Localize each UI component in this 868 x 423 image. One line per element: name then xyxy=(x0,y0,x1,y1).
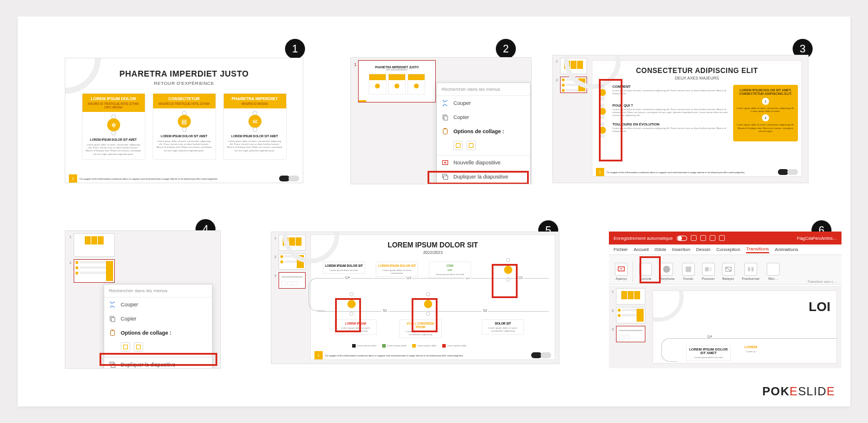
list-item: COMMENTLorem ipsum dolor sit amet, conse… xyxy=(596,85,730,100)
card-subheading: MAURIS ID MASSA xyxy=(226,102,284,105)
fade-icon xyxy=(682,263,695,276)
card-heading: LOREM IPSUM DOLOR xyxy=(85,97,143,101)
redo-icon[interactable] xyxy=(710,235,715,241)
timeline-box: CRMXXXLorem ipsum dolor sit amet xyxy=(429,262,471,278)
item-text: Lorem ipsum dolor sit amet, consectetur … xyxy=(612,127,730,133)
menu-label: Copier xyxy=(121,316,137,322)
slide-thumbnail-2[interactable]: 2 xyxy=(616,307,645,323)
scissors-icon xyxy=(442,100,449,107)
preview-icon[interactable] xyxy=(615,263,628,276)
slide-stage: LOI Q4 LOREM IPSUM DOLOR SIT AMETLorem i… xyxy=(648,286,842,368)
slide-thumbnail-3[interactable]: 3 xyxy=(616,326,645,342)
paste-option-2[interactable] xyxy=(466,141,476,150)
menu-accueil[interactable]: Accueil xyxy=(634,247,649,252)
slide-editor[interactable]: LOREM IPSUM DOLOR SIT 2022/2023 Q4 Q3 Q2… xyxy=(310,234,555,360)
svg-marker-16 xyxy=(621,268,623,269)
card-body-text: Lorem ipsum dolor sit amet, consectetur … xyxy=(82,141,145,159)
slide-thumbnail-1[interactable]: 1 PHARETRA IMPERDIET JUSTO RETOUR D'EXPÉ… xyxy=(358,60,436,103)
thumbnail-pane[interactable]: 1 2 3 xyxy=(609,286,648,368)
card-body-text: Lorem ipsum dolor sit amet, consectetur … xyxy=(224,138,286,156)
autosave-toggle[interactable] xyxy=(677,236,687,241)
footer-text: Ce support et les informations contenues… xyxy=(79,177,218,180)
slide-thumbnail-1[interactable]: 1 xyxy=(74,233,115,257)
paste-option-1[interactable] xyxy=(453,141,463,150)
transition-fade[interactable]: Fondu xyxy=(680,262,697,282)
svg-rect-12 xyxy=(111,330,114,331)
card-1: LOREM IPSUM DOLORMAURIS ID TRISTIQUE ANT… xyxy=(82,93,145,160)
slide-thumbnail-2[interactable]: 2 xyxy=(74,259,115,283)
menu-copy[interactable]: Copier xyxy=(437,110,530,124)
thumb-number: 1 xyxy=(274,236,276,240)
slide-editor[interactable]: LOI Q4 LOREM IPSUM DOLOR SIT AMETLorem i… xyxy=(652,290,837,363)
menu-fichier[interactable]: Fichier xyxy=(614,247,628,252)
slide-subtitle: RETOUR D'EXPÉRIENCE xyxy=(65,81,303,86)
menu-dessin[interactable]: Dessin xyxy=(696,247,710,252)
menu-cut[interactable]: Couper xyxy=(437,96,530,110)
menu-insertion[interactable]: Insertion xyxy=(672,247,690,252)
transition-wipe[interactable]: Balayer xyxy=(720,262,737,282)
transition-push[interactable]: Pousser xyxy=(700,262,717,282)
transition-none[interactable]: Aucune xyxy=(637,262,654,282)
menu-bar: Fichier Accueil iSlide Insertion Dessin … xyxy=(609,244,842,255)
menu-copy[interactable]: Copier xyxy=(104,312,212,326)
document-name[interactable]: FlagCdaPercAmtris… xyxy=(797,236,837,240)
thumb-number: 2 xyxy=(612,309,614,312)
thumbnail-pane[interactable]: 1 2 xyxy=(68,233,115,285)
transition-reveal[interactable]: Rév… xyxy=(764,262,782,282)
transition-morph[interactable]: Morphose xyxy=(657,262,677,282)
selected-shape[interactable] xyxy=(343,292,360,316)
selected-shape[interactable] xyxy=(419,292,437,316)
copy-icon xyxy=(109,315,116,322)
paste-option-2[interactable] xyxy=(134,342,143,352)
selected-shape[interactable] xyxy=(499,258,517,282)
autosave-label: Enregistrement automatique xyxy=(614,236,673,241)
svg-rect-1 xyxy=(444,116,448,120)
svg-rect-14 xyxy=(111,364,115,368)
card-body-title: LOREM IPSUM DOLOR SIT AMET xyxy=(153,134,216,138)
thumb-number: 3 xyxy=(274,274,276,277)
thumbnail-pane[interactable]: 1 PHARETRA IMPERDIET JUSTO RETOUR D'EXPÉ… xyxy=(353,60,436,103)
svg-rect-19 xyxy=(708,267,712,272)
item-text: Lorem ipsum dolor sit amet, consectetur … xyxy=(612,89,730,95)
step-badge-1: 1 xyxy=(285,39,305,59)
step1-slide-preview: PHARETRA IMPERDIET JUSTO RETOUR D'EXPÉRI… xyxy=(65,58,303,183)
paste-option-1[interactable] xyxy=(121,342,130,352)
menu-search[interactable]: Rechercher dans les menus xyxy=(104,285,212,298)
svg-rect-2 xyxy=(443,129,448,134)
menu-duplicate-slide[interactable]: Dupliquer la diapositive xyxy=(104,358,212,369)
semester-label: S2 xyxy=(482,309,488,312)
slideshow-icon[interactable] xyxy=(719,235,725,241)
svg-rect-3 xyxy=(444,128,446,130)
save-icon[interactable] xyxy=(691,235,697,241)
step4-panel: 1 2 Rechercher dans les menus Couper Cop… xyxy=(65,230,221,369)
slide-thumbnail-1[interactable]: 1 xyxy=(616,288,645,305)
timeline-box: LOREM IPSUMLorem ipsum dolor sit amet, c… xyxy=(334,319,377,335)
list-item: POUR QUI ?Lorem ipsum dolor sit amet, co… xyxy=(596,104,730,119)
transition-split[interactable]: Fractionner xyxy=(740,262,762,282)
menu-animations[interactable]: Animations xyxy=(775,247,799,252)
timeline-box: LOREM IPSUM DOLOR SIT AMETLorem ipsum do… xyxy=(686,345,731,361)
thumb-number: 2 xyxy=(556,78,558,82)
timeline-box: LOREMLorem ip xyxy=(739,345,763,353)
menu-transitions[interactable]: Transitions xyxy=(746,246,769,253)
menu-cut[interactable]: Couper xyxy=(104,298,212,312)
menu-search[interactable]: Rechercher dans les menus xyxy=(437,83,530,96)
slide-thumbnail-3[interactable]: 3 xyxy=(279,272,306,289)
card-body-title: LOREM IPSUM DOLOR SIT AMET xyxy=(224,134,286,138)
card-icon: ✻ xyxy=(82,112,145,138)
slide-title: LOREM IPSUM DOLOR SIT xyxy=(311,241,555,249)
timeline-box: LOREM IPSUM DOLOR SITLorem ipsum dolor s… xyxy=(323,262,365,274)
menu-label: Couper xyxy=(453,100,471,106)
card-subheading: MAURIS ID TRISTIQUE ANTE, ETIAM xyxy=(155,102,213,105)
undo-icon[interactable] xyxy=(700,235,706,241)
menu-label: Nouvelle diapositive xyxy=(453,160,501,166)
slide-editor[interactable]: CONSECTETUR ADIPISCING ELIT DEUX AXES MA… xyxy=(592,60,802,177)
callout-text: Lorem ipsum dolor sit amet, consectetur … xyxy=(737,123,794,133)
duplicate-icon xyxy=(109,361,116,368)
menu-conception[interactable]: Conception xyxy=(717,247,740,252)
menu-islide[interactable]: iSlide xyxy=(655,247,667,252)
footer-text: Ce support et les informations contenues… xyxy=(607,171,745,174)
menu-new-slide[interactable]: Nouvelle diapositive xyxy=(437,156,530,170)
menu-duplicate-slide[interactable]: Dupliquer la diapositive xyxy=(437,170,530,184)
svg-rect-17 xyxy=(685,266,691,272)
